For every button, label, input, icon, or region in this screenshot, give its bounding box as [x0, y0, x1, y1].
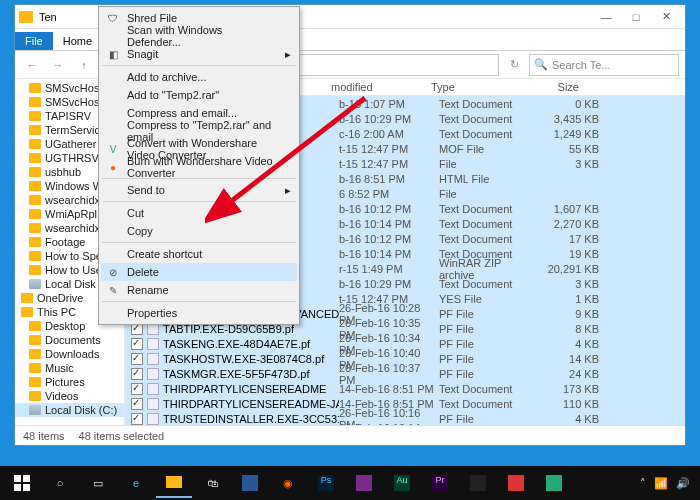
file-type: File	[439, 158, 539, 170]
folder-icon	[29, 349, 41, 359]
forward-button[interactable]: →	[47, 54, 69, 76]
folder-icon	[21, 307, 33, 317]
tray-chevron-icon[interactable]: ˄	[640, 477, 646, 490]
premiere-icon[interactable]: Pr	[422, 468, 458, 498]
status-bar: 48 items 48 items selected	[15, 425, 685, 445]
menu-item[interactable]: Add to archive...	[101, 68, 297, 86]
snagit-icon[interactable]	[460, 468, 496, 498]
file-icon	[147, 353, 159, 365]
menu-label: Delete	[127, 266, 159, 278]
file-size: 1,607 KB	[539, 203, 599, 215]
menu-label: Cut	[127, 207, 144, 219]
status-count: 48 items	[23, 430, 65, 442]
menu-item[interactable]: ✎Rename	[101, 281, 297, 299]
tree-item[interactable]: Music	[15, 361, 124, 375]
tree-label: Downloads	[45, 348, 99, 360]
edge-icon[interactable]: e	[118, 468, 154, 498]
tab-home[interactable]: Home	[53, 32, 102, 50]
folder-icon	[29, 111, 41, 121]
checkbox[interactable]	[131, 368, 143, 380]
firefox-icon[interactable]: ◉	[270, 468, 306, 498]
tree-item[interactable]: Videos	[15, 389, 124, 403]
file-name: TRUSTEDINSTALLER.EXE-3CC531E5.pf	[163, 413, 339, 425]
file-row[interactable]: TASKMGR.EXE-5F5F473D.pf26-Feb-16 10:37 P…	[125, 366, 685, 381]
folder-icon	[29, 363, 41, 373]
tree-label: Local Disk (C:)	[45, 404, 117, 416]
checkbox[interactable]	[131, 413, 143, 425]
menu-item[interactable]: ◧Snagit▸	[101, 45, 297, 63]
start-button[interactable]	[4, 468, 40, 498]
menu-item[interactable]: Scan with Windows Defender...	[101, 27, 297, 45]
file-date: 6 8:52 PM	[339, 188, 439, 200]
folder-icon	[29, 181, 41, 191]
audition-icon[interactable]: Au	[384, 468, 420, 498]
refresh-button[interactable]: ↻	[503, 54, 525, 76]
tree-item[interactable]: Documents	[15, 333, 124, 347]
volume-icon[interactable]: 🔊	[676, 477, 690, 490]
col-date[interactable]: modified	[325, 81, 425, 93]
menu-label: Copy	[127, 225, 153, 237]
menu-item[interactable]: Add to "Temp2.rar"	[101, 86, 297, 104]
tab-file[interactable]: File	[15, 32, 53, 50]
store-icon[interactable]: 🛍	[194, 468, 230, 498]
app-icon[interactable]	[498, 468, 534, 498]
app-icon[interactable]	[536, 468, 572, 498]
menu-separator	[102, 242, 296, 243]
taskview-button[interactable]: ▭	[80, 468, 116, 498]
close-button[interactable]: ✕	[651, 7, 681, 27]
context-menu[interactable]: 🛡Shred FileScan with Windows Defender...…	[98, 6, 300, 325]
folder-icon	[29, 405, 41, 415]
file-date: c-16 2:00 AM	[339, 128, 439, 140]
tree-label: usbhub	[45, 166, 81, 178]
checkbox[interactable]	[131, 398, 143, 410]
explorer-icon[interactable]	[156, 468, 192, 498]
network-icon[interactable]: 📶	[654, 477, 668, 490]
tree-label: Desktop	[45, 320, 85, 332]
folder-icon	[29, 265, 41, 275]
photoshop-icon[interactable]: Ps	[308, 468, 344, 498]
folder-icon	[29, 209, 41, 219]
folder-icon	[29, 195, 41, 205]
search-input[interactable]: 🔍 Search Te...	[529, 54, 679, 76]
menu-item[interactable]: Create shortcut	[101, 245, 297, 263]
file-type: Text Document	[439, 383, 539, 395]
menu-item[interactable]: Copy	[101, 222, 297, 240]
tree-item[interactable]: Pictures	[15, 375, 124, 389]
folder-icon	[29, 83, 41, 93]
tree-item[interactable]: Downloads	[15, 347, 124, 361]
menu-icon: V	[106, 142, 120, 156]
maximize-button[interactable]: □	[621, 7, 651, 27]
file-date: b-16 10:12 PM	[339, 203, 439, 215]
search-button[interactable]: ○	[42, 468, 78, 498]
system-tray[interactable]: ˄ 📶 🔊	[640, 477, 696, 490]
file-type: PF File	[439, 323, 539, 335]
checkbox[interactable]	[131, 353, 143, 365]
file-row[interactable]: THIRDPARTYLICENSEREADME14-Feb-16 8:51 PM…	[125, 381, 685, 396]
tree-item[interactable]: Local Disk (C:)	[15, 403, 124, 417]
menu-item[interactable]: ●Burn with Wondershare Video Converter	[101, 158, 297, 176]
word-icon[interactable]	[232, 468, 268, 498]
file-size: 20,291 KB	[539, 263, 599, 275]
up-button[interactable]: ↑	[73, 54, 95, 76]
file-size: 1 KB	[539, 293, 599, 305]
col-size[interactable]: Size	[525, 81, 585, 93]
file-size: 24 KB	[539, 368, 599, 380]
file-type: Text Document	[439, 128, 539, 140]
svg-rect-1	[14, 475, 21, 482]
menu-item[interactable]: Properties	[101, 304, 297, 322]
file-icon	[147, 383, 159, 395]
checkbox[interactable]	[131, 383, 143, 395]
folder-icon	[29, 321, 41, 331]
col-type[interactable]: Type	[425, 81, 525, 93]
file-type: HTML File	[439, 173, 539, 185]
menu-item[interactable]: Cut	[101, 204, 297, 222]
taskbar[interactable]: ○ ▭ e 🛍 ◉ Ps Au Pr ˄ 📶 🔊	[0, 466, 700, 500]
back-button[interactable]: ←	[21, 54, 43, 76]
minimize-button[interactable]: —	[591, 7, 621, 27]
file-type: File	[439, 188, 539, 200]
menu-item[interactable]: Send to▸	[101, 181, 297, 199]
menu-item[interactable]: ⊘Delete	[101, 263, 297, 281]
search-placeholder: Search Te...	[552, 59, 611, 71]
checkbox[interactable]	[131, 338, 143, 350]
onenote-icon[interactable]	[346, 468, 382, 498]
